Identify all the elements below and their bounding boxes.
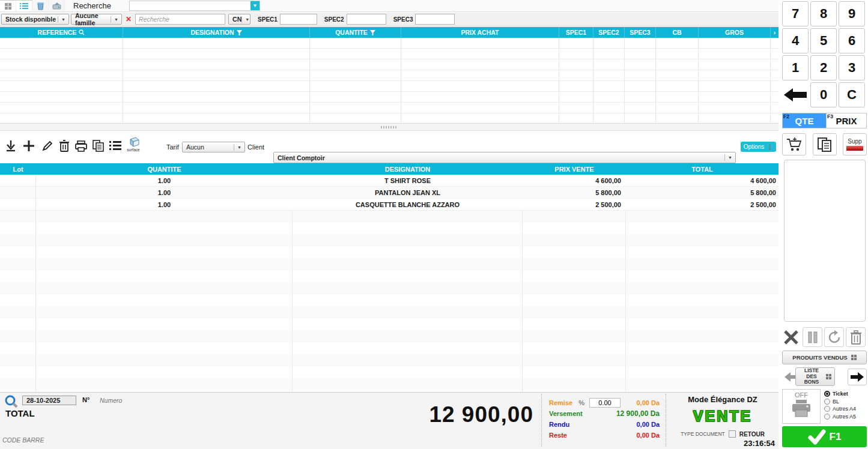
column-header-designation[interactable]: DESIGNATION	[293, 163, 523, 175]
list-view-button[interactable]	[16, 0, 32, 11]
import-button[interactable]	[4, 138, 18, 154]
quick-search-combo[interactable]: ▼	[129, 1, 260, 11]
table-row[interactable]: 1.00 T SHIRT ROSE 4 600,00 4 600,00	[0, 175, 778, 187]
documents-icon	[817, 137, 833, 152]
more-dots-icon: ⋮	[767, 143, 773, 150]
radio-autres-a5[interactable]: Autres A5	[824, 413, 856, 421]
column-header-cb[interactable]: CB	[656, 27, 699, 38]
column-header-reference[interactable]: REFERENCE	[0, 27, 123, 38]
add-line-button[interactable]	[22, 138, 36, 154]
refresh-button[interactable]	[824, 327, 844, 347]
column-header-quantite[interactable]: QUANTITE	[36, 163, 293, 175]
column-header-lot[interactable]: Lot	[0, 163, 36, 175]
produits-vendus-button[interactable]: PRODUITS VENDUS	[782, 351, 867, 364]
column-header-prix-vente[interactable]: PRIX VENTE	[523, 163, 626, 175]
surface-button[interactable]: surface	[126, 136, 141, 152]
stock-filter-dropdown[interactable]: Stock disponible ▼	[1, 14, 69, 25]
key-clear[interactable]: C	[839, 82, 865, 107]
top-toolbar: Recherche ▼	[0, 0, 778, 12]
print-button[interactable]	[74, 138, 88, 154]
grid-icon	[826, 374, 831, 379]
backspace-key[interactable]	[782, 82, 809, 107]
retour-checkbox[interactable]	[729, 430, 736, 438]
key-8[interactable]: 8	[810, 1, 837, 26]
key-3[interactable]: 3	[839, 55, 865, 80]
key-4[interactable]: 4	[782, 28, 809, 53]
grid-view-button[interactable]	[0, 0, 16, 11]
main-area: Recherche ▼ Stock disponible ▼ Aucune fa…	[0, 0, 778, 449]
table-row[interactable]: 1.00 PANTALON JEAN XL 5 800,00 5 800,00	[0, 187, 778, 199]
column-header-gros[interactable]: GROS	[699, 27, 771, 38]
spec3-input[interactable]	[415, 14, 455, 25]
family-filter-dropdown[interactable]: Aucune famille ▼	[71, 14, 122, 25]
column-header-spec3[interactable]: SPEC3	[625, 27, 656, 38]
column-header-total[interactable]: TOTAL	[626, 163, 778, 175]
tarif-dropdown[interactable]: Aucun ▼	[182, 142, 245, 152]
numero-input[interactable]	[100, 395, 172, 405]
splitter-grip-icon	[381, 126, 398, 128]
key-6[interactable]: 6	[839, 28, 865, 53]
column-header-spec2[interactable]: SPEC2	[593, 27, 625, 38]
column-header-spec1[interactable]: SPEC1	[559, 27, 593, 38]
prix-button[interactable]: F3 PRIX	[826, 113, 866, 128]
duplicate-button[interactable]	[91, 138, 105, 154]
recycle-bin-button[interactable]	[32, 0, 49, 11]
key-7[interactable]: 7	[782, 1, 809, 26]
radio-bl[interactable]: BL	[824, 398, 856, 406]
validate-f1-button[interactable]: F1	[782, 426, 867, 447]
list-lines-button[interactable]	[108, 138, 123, 154]
key-9[interactable]: 9	[839, 1, 865, 26]
client-dropdown[interactable]: Client Comptoir ▼	[273, 152, 736, 163]
tarif-label: Tarif	[166, 143, 179, 151]
edit-line-button[interactable]	[40, 138, 55, 154]
filter-funnel-icon	[370, 30, 375, 35]
table-row[interactable]: 1.00 CASQUETTE BLANCHE AZZARO 2 500,00 2…	[0, 199, 778, 211]
search-document-icon[interactable]	[4, 394, 19, 409]
hold-button[interactable]	[803, 327, 822, 347]
column-header-prix-achat[interactable]: PRIX ACHAT	[401, 27, 559, 38]
key-1[interactable]: 1	[782, 55, 809, 80]
copy-document-button[interactable]	[813, 133, 837, 155]
liste-des-bons-button[interactable]: LISTE DES BONS	[795, 367, 835, 386]
qte-button[interactable]: F2 QTE	[783, 113, 826, 128]
date-input[interactable]	[22, 396, 76, 405]
supp-label: Supp	[848, 138, 861, 145]
close-icon	[783, 330, 799, 345]
printer-toggle-button[interactable]: OFF	[782, 389, 821, 424]
key-0[interactable]: 0	[810, 82, 837, 107]
key-5[interactable]: 5	[810, 28, 837, 53]
surface-caption: surface	[127, 148, 139, 152]
product-search-input[interactable]	[135, 14, 225, 25]
clear-ticket-button[interactable]	[846, 327, 866, 347]
mode-toggle: F2 QTE F3 PRIX	[782, 113, 867, 128]
document-mode-label: VENTE	[668, 408, 777, 425]
delete-line-button[interactable]	[57, 138, 71, 154]
held-tickets-panel[interactable]	[784, 160, 866, 322]
spec2-input[interactable]	[347, 14, 386, 25]
refresh-icon	[827, 330, 842, 345]
supp-button[interactable]: Supp	[843, 133, 867, 155]
radio-autres-a4[interactable]: Autres A4	[824, 405, 856, 413]
scroll-right-icon[interactable]: ›	[771, 27, 778, 38]
cancel-button[interactable]	[781, 327, 801, 347]
panel-splitter[interactable]	[0, 123, 778, 131]
add-to-cart-button[interactable]	[782, 133, 806, 155]
column-header-designation[interactable]: DESIGNATION	[123, 27, 310, 38]
barcode-input[interactable]	[2, 435, 519, 445]
next-bon-button[interactable]	[848, 369, 867, 385]
cn-dropdown[interactable]: CN ▼	[228, 14, 250, 25]
client-value: Client Comptoir	[278, 154, 325, 161]
remise-input[interactable]	[589, 398, 621, 408]
products-table-body[interactable]	[0, 38, 778, 123]
spec1-input[interactable]	[280, 14, 317, 25]
family-filter-label: Aucune famille	[75, 12, 111, 26]
column-header-quantite[interactable]: QUANTITE	[310, 27, 401, 38]
key-2[interactable]: 2	[810, 55, 837, 80]
sale-table-header: Lot QUANTITE DESIGNATION PRIX VENTE TOTA…	[0, 163, 778, 175]
clear-filter-icon[interactable]: ✕	[126, 15, 132, 23]
retour-label: RETOUR	[739, 431, 765, 438]
drive-button[interactable]	[49, 0, 65, 11]
minus-bar-icon	[846, 146, 863, 151]
options-button[interactable]: Options ⋮	[741, 142, 776, 152]
radio-ticket[interactable]: Ticket	[824, 390, 856, 398]
